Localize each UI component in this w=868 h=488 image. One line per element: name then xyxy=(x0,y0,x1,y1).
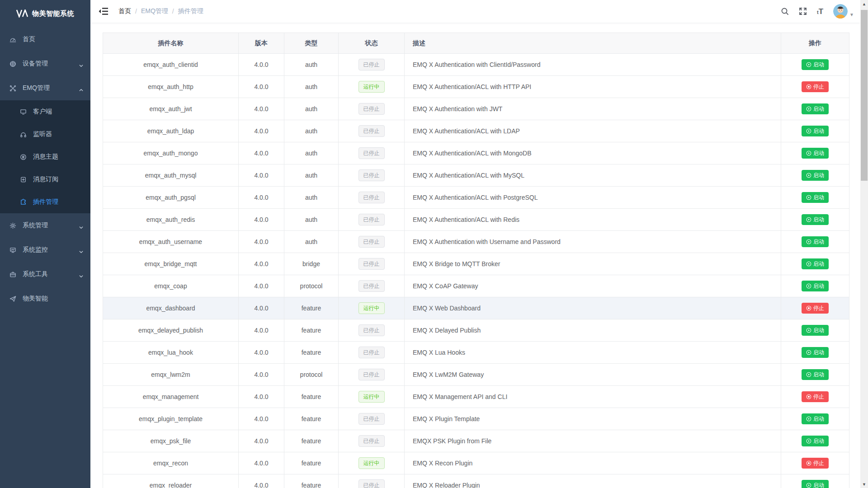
plugin-version-cell: 4.0.0 xyxy=(239,76,284,98)
start-button[interactable]: 启动 xyxy=(802,325,829,336)
status-badge: 运行中 xyxy=(359,81,385,93)
plugin-name-cell: emqx_reloader xyxy=(103,474,239,488)
plugin-status-cell: 运行中 xyxy=(339,452,405,474)
sidebar-item-subscriptions[interactable]: 消息订阅 xyxy=(0,168,90,191)
vertical-scrollbar[interactable]: ▲ ▼ xyxy=(860,0,868,488)
sidebar-item-system-tools[interactable]: 系统工具 xyxy=(0,262,90,286)
plugin-version-cell: 4.0.0 xyxy=(239,120,284,142)
scroll-up-icon[interactable]: ▲ xyxy=(860,0,868,8)
table-row: emqx_auth_pgsql4.0.0auth已停止EMQ X Authent… xyxy=(103,187,849,209)
sidebar-item-topics[interactable]: 消息主题 xyxy=(0,145,90,168)
plugin-name-cell: emqx_dashboard xyxy=(103,297,239,319)
scroll-down-icon[interactable]: ▼ xyxy=(860,480,868,488)
sidebar-menu: 首页 设备管理 EMQ管理 客户端 xyxy=(0,27,90,311)
table-row: emqx_lwm2m4.0.0protocol已停止EMQ X LwM2M Ga… xyxy=(103,364,849,386)
plugin-type-cell: feature xyxy=(284,297,339,319)
table-row: emqx_auth_ldap4.0.0auth已停止EMQ X Authenti… xyxy=(103,120,849,142)
sidebar-item-devices[interactable]: 设备管理 xyxy=(0,52,90,76)
table-row: emqx_reloader4.0.0feature已停止EMQ X Reload… xyxy=(103,474,849,488)
table-row: emqx_management4.0.0feature运行中EMQ X Mana… xyxy=(103,386,849,408)
sidebar-item-wumei[interactable]: 物美智能 xyxy=(0,286,90,311)
plugin-status-cell: 已停止 xyxy=(339,231,405,253)
sidebar-item-home[interactable]: 首页 xyxy=(0,27,90,52)
start-button[interactable]: 启动 xyxy=(802,148,829,159)
column-header-type: 类型 xyxy=(284,33,339,54)
plugin-desc-cell: EMQ X Management API and CLI xyxy=(405,386,781,408)
app-logo: 物美智能系统 xyxy=(0,0,90,27)
plugin-type-cell: auth xyxy=(284,142,339,164)
sidebar-item-label: 插件管理 xyxy=(33,198,58,206)
user-menu[interactable]: ▼ xyxy=(833,4,854,19)
sidebar-item-label: 监听器 xyxy=(33,130,52,138)
plugin-desc-cell: EMQ X Recon Plugin xyxy=(405,452,781,474)
sidebar-item-listeners[interactable]: 监听器 xyxy=(0,123,90,145)
sidebar-item-plugins[interactable]: 插件管理 xyxy=(0,191,90,213)
start-button[interactable]: 启动 xyxy=(802,59,829,70)
plugin-version-cell: 4.0.0 xyxy=(239,54,284,76)
sidebar-item-clients[interactable]: 客户端 xyxy=(0,100,90,123)
start-button[interactable]: 启动 xyxy=(802,214,829,225)
fullscreen-icon[interactable] xyxy=(799,7,807,15)
sidebar-item-label: 系统工具 xyxy=(23,270,48,278)
avatar[interactable] xyxy=(833,4,848,19)
search-icon[interactable] xyxy=(781,7,789,15)
start-button[interactable]: 启动 xyxy=(802,258,829,269)
plugin-desc-cell: EMQ X Reloader Plugin xyxy=(405,474,781,488)
stop-button[interactable]: 停止 xyxy=(802,303,829,314)
plugin-name-cell: emqx_auth_clientid xyxy=(103,54,239,76)
plugin-action-cell: 启动 xyxy=(781,364,849,386)
stop-circle-icon xyxy=(806,460,811,466)
play-circle-icon xyxy=(806,106,811,112)
play-circle-icon xyxy=(806,128,811,134)
font-size-icon[interactable]: tT xyxy=(817,8,823,15)
breadcrumb-separator: / xyxy=(135,8,137,15)
start-button[interactable]: 启动 xyxy=(802,103,829,114)
start-button[interactable]: 启动 xyxy=(802,281,829,291)
plugin-desc-cell: EMQ X Bridge to MQTT Broker xyxy=(405,253,781,275)
plugin-desc-cell: EMQ X Lua Hooks xyxy=(405,342,781,364)
chevron-down-icon xyxy=(79,224,83,231)
start-button[interactable]: 启动 xyxy=(802,413,829,424)
stop-button[interactable]: 停止 xyxy=(802,81,829,92)
stop-button[interactable]: 停止 xyxy=(802,458,829,469)
sidebar-item-system-mgmt[interactable]: 系统管理 xyxy=(0,213,90,238)
plugin-action-cell: 启动 xyxy=(781,98,849,120)
paper-plane-icon xyxy=(9,295,16,302)
status-badge: 运行中 xyxy=(359,457,385,469)
play-circle-icon xyxy=(806,350,811,355)
main-area: 首页 / EMQ管理 / 插件管理 tT xyxy=(90,0,860,488)
table-row: emqx_dashboard4.0.0feature运行中EMQ X Web D… xyxy=(103,297,849,319)
chevron-up-icon xyxy=(79,86,83,94)
table-row: emqx_auth_username4.0.0auth已停止EMQ X Auth… xyxy=(103,231,849,253)
plugin-version-cell: 4.0.0 xyxy=(239,253,284,275)
plugin-status-cell: 已停止 xyxy=(339,430,405,452)
start-button[interactable]: 启动 xyxy=(802,236,829,247)
plugin-version-cell: 4.0.0 xyxy=(239,474,284,488)
subscribe-icon xyxy=(19,176,27,183)
plugin-type-cell: feature xyxy=(284,386,339,408)
plugin-version-cell: 4.0.0 xyxy=(239,408,284,430)
sidebar-item-emq[interactable]: EMQ管理 xyxy=(0,76,90,100)
sidebar-collapse-icon[interactable] xyxy=(99,7,108,15)
plugin-status-cell: 已停止 xyxy=(339,408,405,430)
topbar-actions: tT ▼ xyxy=(781,0,854,23)
start-button[interactable]: 启动 xyxy=(802,170,829,181)
start-button[interactable]: 启动 xyxy=(802,192,829,203)
chevron-down-icon xyxy=(79,272,83,280)
start-button[interactable]: 启动 xyxy=(802,126,829,136)
start-button[interactable]: 启动 xyxy=(802,369,829,380)
plugin-action-cell: 启动 xyxy=(781,209,849,231)
play-circle-icon xyxy=(806,328,811,333)
table-header-row: 插件名称 版本 类型 状态 描述 操作 xyxy=(103,33,849,54)
play-circle-icon xyxy=(806,150,811,156)
start-button[interactable]: 启动 xyxy=(802,347,829,358)
stop-button[interactable]: 停止 xyxy=(802,391,829,402)
scrollbar-thumb[interactable] xyxy=(861,10,868,181)
plugin-name-cell: emqx_recon xyxy=(103,452,239,474)
start-button[interactable]: 启动 xyxy=(802,480,829,488)
plugin-name-cell: emqx_lua_hook xyxy=(103,342,239,364)
plugin-desc-cell: EMQ X Authentication/ACL with PostgreSQL xyxy=(405,187,781,209)
breadcrumb-home[interactable]: 首页 xyxy=(118,7,131,15)
start-button[interactable]: 启动 xyxy=(802,436,829,446)
sidebar-item-system-monitor[interactable]: 系统监控 xyxy=(0,238,90,262)
